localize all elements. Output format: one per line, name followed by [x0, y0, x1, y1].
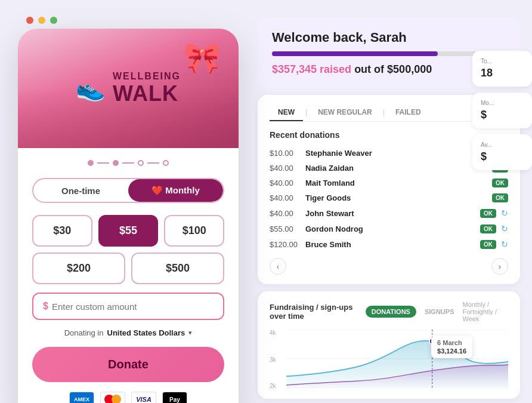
- donation-amount: $40.00: [270, 179, 301, 187]
- donation-name: Mait Tomland: [305, 179, 487, 187]
- refresh-icon[interactable]: ↻: [501, 208, 508, 218]
- dollar-sign: $: [43, 301, 48, 312]
- chart-svg: [286, 330, 508, 388]
- side-stats: To... 18 Mo... $ Av... $: [472, 51, 532, 170]
- amex-icon: AMEX: [69, 392, 94, 403]
- ok-badge: OK: [480, 209, 496, 218]
- mobile-mockup: 👟 WELLBEING WALK 🎀 One: [18, 12, 245, 403]
- tooltip-value: $3,124.16: [437, 347, 466, 355]
- table-row: $55.00 Gordon Nodrog OK ↻: [270, 221, 508, 236]
- donation-amount: $40.00: [270, 209, 301, 218]
- tab-signups[interactable]: SIGNUPS: [419, 306, 460, 318]
- donation-name: Nadia Zaidan: [305, 164, 487, 173]
- donation-name: Stephanie Weaver: [305, 149, 487, 158]
- ok-badge: OK: [492, 179, 508, 187]
- amount-200[interactable]: $200: [32, 253, 125, 284]
- amount-55[interactable]: $55: [98, 215, 159, 247]
- logo-text: WELLBEING WALK: [113, 71, 181, 105]
- step-line-2: [122, 162, 134, 164]
- donation-name: Gordon Nodrog: [305, 224, 475, 233]
- progress-bar-fill: [272, 51, 438, 56]
- stat-label-monthly: Mo...: [481, 100, 524, 106]
- table-row: $40.00 John Stewart OK ↻: [270, 205, 508, 221]
- logo-line2: WALK: [113, 82, 181, 106]
- y-label-3k: 3k: [270, 356, 276, 363]
- apple-pay-icon: Pay: [162, 392, 187, 403]
- stat-card-monthly: Mo... $: [472, 93, 532, 128]
- donate-button[interactable]: Donate: [32, 347, 224, 382]
- y-label-2k: 2k: [270, 383, 276, 389]
- ok-badge: OK: [480, 224, 496, 233]
- welcome-title: Welcome back, Sarah: [272, 30, 506, 45]
- payment-icons: AMEX VISA Pay: [32, 392, 224, 403]
- amount-grid-row2: $200 $500: [32, 253, 224, 284]
- donation-name: John Stewart: [305, 209, 475, 218]
- monthly-button[interactable]: ❤️Monthly: [128, 179, 223, 202]
- donation-amount: $10.00: [270, 149, 301, 158]
- donation-card: 👟 WELLBEING WALK 🎀 One: [18, 29, 239, 403]
- ok-badge: OK: [492, 193, 508, 202]
- amount-100[interactable]: $100: [164, 215, 224, 247]
- tab-new[interactable]: NEW: [270, 104, 303, 121]
- step-2: [113, 160, 119, 166]
- prev-arrow[interactable]: ‹: [270, 258, 286, 275]
- step-3: [138, 160, 144, 166]
- footprint-icon: 👟: [76, 76, 106, 100]
- chart-title: Fundraising / sign-ups over time: [270, 303, 366, 321]
- chart-card: Fundraising / sign-ups over time DONATIO…: [258, 291, 520, 399]
- stat-value-total: 18: [481, 67, 524, 79]
- custom-amount-input[interactable]: [52, 302, 214, 312]
- donation-amount: $120.00: [270, 240, 301, 249]
- tab-new-regular[interactable]: NEW REGULAR: [310, 104, 381, 121]
- donation-amount: $40.00: [270, 193, 301, 202]
- refresh-icon[interactable]: ↻: [501, 224, 508, 233]
- stat-label-avg: Av...: [481, 141, 524, 148]
- ok-badge: OK: [480, 240, 496, 249]
- table-row: $120.00 Bruce Smith OK ↻: [270, 236, 508, 252]
- hero-banner: 👟 WELLBEING WALK 🎀: [18, 29, 239, 148]
- tooltip-date: 6 March: [437, 339, 466, 346]
- step-line-1: [97, 162, 109, 164]
- chart-y-labels: 4k 3k 2k: [270, 330, 276, 389]
- currency-value: United States Dollars: [107, 328, 185, 337]
- card-body: One-time ❤️Monthly $30 $55 $100 $200 $50…: [18, 148, 239, 403]
- dot-red: [26, 17, 33, 24]
- step-4: [163, 160, 169, 166]
- chart-tooltip: 6 March $3,124.16: [431, 336, 472, 358]
- raised-amount: $357,345 raised: [272, 63, 351, 75]
- ribbon-icon: 🎀: [184, 41, 221, 75]
- raised-suffix: out of $500,000: [351, 63, 432, 75]
- donation-name: Tiger Goods: [305, 193, 487, 202]
- currency-selector[interactable]: Donating in United States Dollars ▾: [32, 328, 224, 337]
- stat-value-avg: $: [481, 150, 524, 163]
- tab-donations[interactable]: DONATIONS: [366, 306, 416, 318]
- refresh-icon[interactable]: ↻: [501, 239, 508, 249]
- table-row: $40.00 Tiger Goods OK: [270, 190, 508, 205]
- stat-card-avg: Av... $: [472, 134, 532, 170]
- amount-grid-row1: $30 $55 $100: [32, 215, 224, 247]
- progress-steps: [32, 160, 224, 166]
- amount-30[interactable]: $30: [32, 215, 92, 247]
- next-arrow[interactable]: ›: [491, 258, 508, 275]
- donation-amount: $40.00: [270, 164, 301, 173]
- stat-value-monthly: $: [481, 109, 524, 121]
- dot-green: [50, 17, 57, 24]
- table-row: $40.00 Mait Tomland OK: [270, 176, 508, 190]
- y-label-4k: 4k: [270, 330, 276, 336]
- chevron-down-icon: ▾: [188, 329, 192, 337]
- dot-yellow: [38, 17, 45, 24]
- tab-failed[interactable]: FAILED: [387, 104, 429, 121]
- step-line-3: [147, 162, 159, 164]
- stat-card-total: To... 18: [472, 51, 532, 87]
- one-time-button[interactable]: One-time: [33, 179, 128, 202]
- amount-500[interactable]: $500: [131, 253, 224, 284]
- card-navigation: ‹ ›: [270, 252, 508, 275]
- chart-area: 4k 3k 2k: [270, 330, 508, 389]
- mastercard-icon: [100, 392, 125, 403]
- chart-header: Fundraising / sign-ups over time DONATIO…: [270, 301, 508, 322]
- stat-label-total: To...: [481, 58, 524, 64]
- frequency-toggle: One-time ❤️Monthly: [32, 178, 224, 203]
- progress-bar-track: [272, 51, 506, 56]
- step-1: [88, 160, 94, 166]
- donation-name: Bruce Smith: [305, 240, 475, 249]
